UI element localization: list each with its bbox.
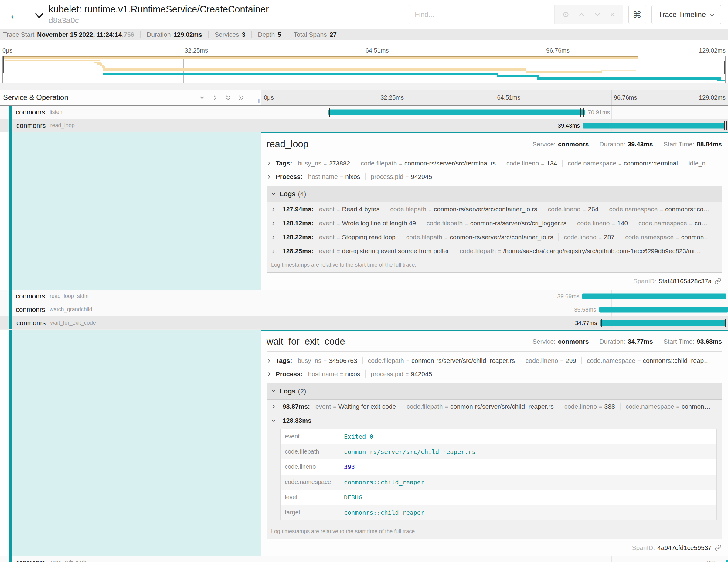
minimap-handle-left[interactable] (3, 56, 4, 73)
service-name: conmonrs (16, 292, 45, 300)
detail-gutter (0, 330, 9, 556)
section-kv-list: busy_ns=273882code.filepath=conmon-rs/se… (298, 160, 712, 167)
kv-value: Wrote log line of length 49 (342, 220, 416, 227)
span-row-read_loop_stdin[interactable]: conmonrsread_loop_stdin39.69ms (0, 290, 728, 303)
logs-label: Logs (280, 190, 296, 198)
kv-equals: = (583, 206, 586, 213)
span-bar[interactable] (582, 293, 726, 299)
process-expander-row[interactable]: Process:host.name=nixosprocess.pid=94204… (267, 367, 722, 381)
jaeger-trace-page: ← kubelet: runtime.v1.RuntimeService/Cre… (0, 0, 728, 562)
log-field-key: target (281, 505, 340, 520)
span-row-write_exit_path[interactable]: conmonrswrite_exit_path303μs (0, 556, 728, 562)
log-marker (725, 319, 726, 327)
log-marker (583, 108, 584, 117)
log-entry-expander[interactable]: 128.25ms:event=deregistering event sourc… (267, 244, 722, 258)
kv-equals: = (406, 174, 409, 180)
span-row-wait_for_exit_code[interactable]: conmonrswait_for_exit_code34.77ms (0, 316, 728, 330)
detail-divider (267, 351, 722, 352)
minimap-canvas[interactable] (2, 56, 726, 83)
trace-header: ← kubelet: runtime.v1.RuntimeService/Cre… (0, 0, 728, 29)
chevron-right-icon[interactable] (212, 95, 218, 100)
span-id-row: SpanID:5faf48165428c37a (267, 273, 722, 285)
collapse-trace-chevron-icon[interactable] (34, 11, 44, 21)
kv-equals: = (676, 404, 680, 410)
kv-key: code.filepath (427, 220, 463, 227)
log-kv-list: event=Stopping read loopcode.filepath=co… (319, 233, 710, 241)
chevron-down-icon[interactable] (199, 95, 205, 100)
span-detail-title: wait_for_exit_code (267, 336, 345, 347)
span-detail-panel: wait_for_exit_codeService:conmonrsDurati… (261, 330, 728, 556)
minimap-ruler: 0μs32.25ms64.51ms96.76ms129.02ms (2, 40, 726, 56)
minimap-tick-label: 32.25ms (185, 47, 208, 54)
clear-icon[interactable]: × (610, 11, 614, 19)
double-chevron-right-icon[interactable] (238, 95, 244, 100)
locate-icon[interactable] (563, 11, 569, 18)
key-value-pair: event=Wrote log line of length 49 (319, 220, 416, 227)
kv-key: code.filepath (406, 233, 442, 240)
trace-view-selector[interactable]: Trace Timeline (651, 5, 722, 24)
span-color-accent (9, 556, 12, 562)
log-entry-expander[interactable]: 127.94ms:event=Read 4 bytescode.filepath… (267, 202, 722, 216)
find-input[interactable] (409, 5, 554, 24)
kv-key: idle_n… (689, 160, 712, 167)
command-icon: ⌘ (633, 9, 642, 20)
kv-value: 264 (588, 206, 599, 213)
span-id-value: 4a947cfd1ce59537 (657, 544, 712, 551)
logs-expander[interactable]: Logs(2) (267, 383, 722, 400)
detail-meta-label: Duration: (599, 141, 625, 148)
double-chevron-down-icon[interactable] (225, 95, 231, 100)
kv-equals: = (340, 174, 343, 180)
log-field-key: level (281, 490, 340, 505)
span-bar[interactable] (599, 307, 728, 312)
collapse-controls (199, 90, 244, 105)
span-bar[interactable] (583, 123, 725, 128)
span-bar[interactable] (726, 560, 728, 562)
tags-expander-row[interactable]: Tags:busy_ns=34506763code.filepath=conmo… (267, 354, 722, 367)
log-entry-expander[interactable]: 93.87ms:event=Waiting for exit codecode.… (267, 400, 722, 414)
summary-item-label: Trace Start (3, 31, 34, 38)
ruler-tick-label: 0μs (264, 94, 274, 101)
logs-expander[interactable]: Logs(4) (267, 186, 722, 202)
timeline-gridline (378, 290, 378, 303)
kv-equals: = (660, 206, 663, 213)
minimap-span-bar (102, 66, 105, 68)
copy-span-link-icon[interactable] (715, 544, 721, 551)
log-marker (348, 108, 348, 117)
chevron-down-icon (271, 387, 276, 395)
span-row-listen[interactable]: conmonrslisten70.91ms (0, 106, 728, 119)
find-group: × (409, 5, 623, 24)
log-field-row: code.filepathconmon-rs/server/src/child_… (281, 444, 716, 459)
chevron-down-icon[interactable] (594, 11, 601, 18)
keyboard-shortcuts-button[interactable]: ⌘ (628, 5, 646, 24)
detail-meta-label: Start Time: (664, 141, 695, 148)
operation-name: read_loop_stdin (50, 293, 89, 299)
span-bar[interactable] (600, 320, 726, 326)
service-name: conmonrs (16, 108, 45, 116)
span-color-accent (9, 106, 12, 119)
log-timestamp: 93.87ms: (283, 403, 310, 410)
log-entry-expander[interactable]: 128.22ms:event=Stopping read loopcode.fi… (267, 230, 722, 244)
back-button[interactable]: ← (9, 8, 22, 21)
kv-key: code.lineno (526, 357, 558, 364)
summary-item: Depth5 (251, 31, 281, 38)
detail-meta-value: 39.43ms (628, 141, 653, 148)
log-entry-expander[interactable]: 128.12ms:event=Wrote log line of length … (267, 216, 722, 230)
kv-value: conmon… (681, 233, 710, 240)
log-entry-expander[interactable]: 128.33ms (267, 414, 722, 427)
span-row-read_loop[interactable]: conmonrsread_loop39.43ms (0, 119, 728, 132)
minimap-span-bar (3, 57, 638, 59)
tags-expander-row[interactable]: Tags:busy_ns=273882code.filepath=conmon-… (267, 157, 722, 170)
chevron-up-icon[interactable] (578, 11, 585, 18)
detail-meta-label: Duration: (599, 338, 625, 345)
log-kv-list: event=deregistering event source from po… (319, 247, 701, 255)
span-row-watch_grandchild[interactable]: conmonrswatch_grandchild35.58ms (0, 303, 728, 316)
span-bar[interactable] (328, 109, 585, 115)
kv-value: 140 (617, 220, 628, 227)
column-resize-grip[interactable]: ‖ (258, 98, 260, 104)
key-value-pair: event=Waiting for exit code (315, 403, 396, 410)
copy-span-link-icon[interactable] (715, 278, 721, 284)
process-expander-row[interactable]: Process:host.name=nixosprocess.pid=94204… (267, 170, 722, 183)
minimap-handle-right[interactable] (724, 61, 725, 74)
logs-count: (2) (298, 387, 306, 395)
kv-value: 942045 (411, 173, 432, 180)
